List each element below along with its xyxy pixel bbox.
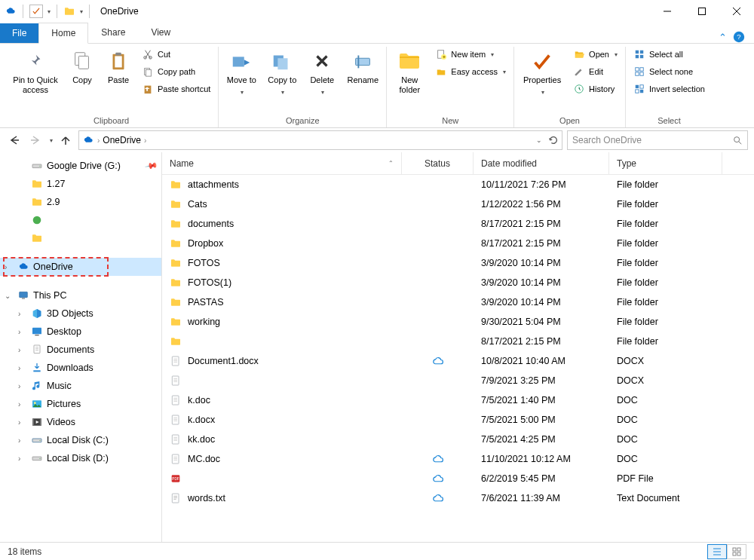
tree-item[interactable]: ›Videos: [0, 413, 161, 431]
easy-access-button[interactable]: Easy access▾: [432, 64, 509, 79]
file-date: 10/11/2021 7:26 PM: [474, 179, 609, 190]
move-to-button[interactable]: Move to▾: [223, 47, 259, 99]
tree-item[interactable]: ›Pictures: [0, 395, 161, 413]
onedrive-icon: [17, 261, 29, 273]
tree-item[interactable]: 1.27: [0, 175, 161, 193]
qat-dropdown[interactable]: ▾: [48, 8, 51, 15]
invert-selection-button[interactable]: Invert selection: [630, 81, 708, 96]
col-status[interactable]: Status: [402, 152, 474, 174]
tree-item[interactable]: Google Drive (G:)📌: [0, 157, 161, 175]
file-row[interactable]: k.doc7/5/2021 1:40 PMDOC: [162, 390, 754, 410]
open-button[interactable]: Open▾: [570, 47, 621, 62]
select-none-button[interactable]: Select none: [630, 64, 708, 79]
file-row[interactable]: 7/9/2021 3:25 PMDOCX: [162, 371, 754, 390]
file-row[interactable]: k.docx7/5/2021 5:00 PMDOC: [162, 410, 754, 430]
recent-locations-button[interactable]: ▾: [50, 137, 53, 144]
cloud-icon: [431, 354, 445, 368]
new-item-button[interactable]: New item▾: [432, 47, 509, 62]
up-button[interactable]: [57, 132, 74, 148]
tree-item[interactable]: [0, 211, 161, 229]
tree-item[interactable]: ›Documents: [0, 341, 161, 359]
navbar: ▾ › OneDrive › ⌄ Search OneDrive: [0, 128, 754, 152]
ribbon: Pin to Quick access Copy Paste Cut Copy …: [0, 44, 754, 128]
copy-to-button[interactable]: Copy to▾: [264, 47, 300, 99]
new-folder-button[interactable]: New folder: [391, 47, 428, 97]
file-row[interactable]: Dropbox8/17/2021 2:15 PMFile folder: [162, 234, 754, 253]
tree-item[interactable]: 2.9: [0, 193, 161, 211]
tree-item-label: This PC: [33, 290, 66, 301]
file-row[interactable]: FOTOS(1)3/9/2020 10:14 PMFile folder: [162, 273, 754, 292]
tree-item[interactable]: ›Downloads: [0, 359, 161, 377]
file-row[interactable]: 8/17/2021 2:15 PMFile folder: [162, 332, 754, 351]
file-row[interactable]: working9/30/2021 5:04 PMFile folder: [162, 312, 754, 332]
tree-item[interactable]: [0, 229, 161, 247]
pdf-icon: [170, 473, 182, 485]
tree-item[interactable]: ›Music: [0, 377, 161, 395]
col-date[interactable]: Date modified: [474, 152, 609, 174]
close-button[interactable]: [719, 0, 754, 23]
file-row[interactable]: MC.doc11/10/2021 10:12 AMDOC: [162, 449, 754, 469]
file-date: 8/17/2021 2:15 PM: [474, 336, 609, 347]
tree-item[interactable]: ›OneDrive: [0, 258, 161, 276]
copy-button[interactable]: Copy: [66, 47, 98, 87]
col-name[interactable]: Name⌃: [162, 152, 402, 174]
file-row[interactable]: PASTAS3/9/2020 10:14 PMFile folder: [162, 292, 754, 312]
forward-button[interactable]: [27, 132, 44, 148]
tree-item[interactable]: ›Desktop: [0, 323, 161, 341]
file-row[interactable]: words.txt7/6/2021 11:39 AMText Document: [162, 488, 754, 508]
address-bar[interactable]: › OneDrive › ⌄: [78, 130, 562, 150]
file-row[interactable]: attachments10/11/2021 7:26 PMFile folder: [162, 175, 754, 194]
file-row[interactable]: FOTOS3/9/2020 10:14 PMFile folder: [162, 253, 754, 273]
delete-button[interactable]: Delete▾: [305, 47, 339, 99]
rename-icon: [351, 50, 374, 72]
share-tab[interactable]: Share: [88, 22, 138, 43]
cut-button[interactable]: Cut: [139, 47, 213, 62]
search-box[interactable]: Search OneDrive: [567, 130, 748, 150]
refresh-button[interactable]: [548, 135, 559, 145]
qat-dropdown-2[interactable]: ▾: [80, 8, 83, 15]
folder-icon: [170, 218, 182, 230]
back-button[interactable]: [6, 132, 23, 148]
file-row[interactable]: kk.doc7/5/2021 4:25 PMDOC: [162, 430, 754, 449]
copy-path-button[interactable]: Copy path: [139, 64, 213, 79]
file-name: k.doc: [188, 395, 210, 405]
tree-item[interactable]: ⌄This PC: [0, 286, 161, 304]
minimize-button[interactable]: [650, 0, 685, 23]
view-icons-button[interactable]: [727, 544, 746, 559]
breadcrumb-dropdown[interactable]: ⌄: [536, 136, 542, 144]
paste-shortcut-button[interactable]: Paste shortcut: [139, 81, 213, 96]
rename-button[interactable]: Rename: [344, 47, 382, 87]
nav-tree[interactable]: Google Drive (G:)📌1.272.9›OneDrive⌄This …: [0, 152, 162, 542]
tree-item[interactable]: ›Local Disk (C:): [0, 431, 161, 449]
qat-check[interactable]: [29, 5, 43, 18]
file-name: PASTAS: [188, 297, 223, 308]
pin-icon: 📌: [145, 159, 159, 173]
history-button[interactable]: History: [570, 81, 621, 96]
file-type: File folder: [609, 297, 722, 308]
file-type: File folder: [609, 219, 722, 229]
file-row[interactable]: Document1.docx10/8/2021 10:40 AMDOCX: [162, 351, 754, 371]
paste-button[interactable]: Paste: [103, 47, 134, 87]
tree-item[interactable]: ›Local Disk (D:): [0, 449, 161, 467]
file-tab[interactable]: File: [0, 23, 38, 43]
file-row[interactable]: documents8/17/2021 2:15 PMFile folder: [162, 214, 754, 234]
breadcrumb-segment[interactable]: OneDrive: [103, 135, 141, 145]
col-type[interactable]: Type: [609, 152, 722, 174]
file-rows[interactable]: attachments10/11/2021 7:26 PMFile folder…: [162, 175, 754, 542]
pin-to-quick-access-button[interactable]: Pin to Quick access: [9, 47, 62, 97]
view-details-button[interactable]: [707, 544, 727, 559]
select-all-button[interactable]: Select all: [630, 47, 708, 62]
view-tab[interactable]: View: [138, 22, 183, 43]
file-row[interactable]: Cats1/12/2022 1:56 PMFile folder: [162, 194, 754, 214]
tree-item[interactable]: ›3D Objects: [0, 304, 161, 323]
properties-button[interactable]: Properties▾: [519, 47, 566, 99]
collapse-ribbon-icon[interactable]: ⌃: [719, 32, 727, 43]
tree-item-label: Google Drive (G:): [47, 161, 121, 171]
history-icon: [574, 84, 584, 94]
home-tab[interactable]: Home: [38, 23, 88, 44]
help-icon[interactable]: [733, 31, 745, 43]
maximize-button[interactable]: [685, 0, 719, 23]
edit-button[interactable]: Edit: [570, 64, 621, 79]
folder-icon: [63, 5, 75, 17]
file-row[interactable]: 6/2/2019 5:45 PMPDF File: [162, 469, 754, 488]
